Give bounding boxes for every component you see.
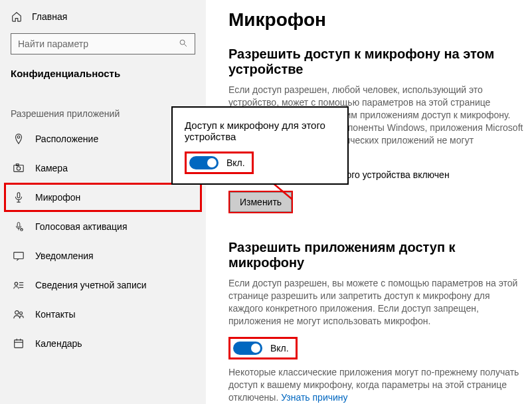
- svg-rect-3: [14, 165, 23, 172]
- notifications-icon: [13, 250, 25, 262]
- search-icon: [179, 39, 188, 50]
- app-access-toggle-highlight: Вкл.: [228, 337, 298, 359]
- sidebar-item-label: Расположение: [35, 134, 98, 144]
- sidebar-item-voice-activation[interactable]: Голосовая активация: [0, 212, 206, 241]
- sidebar-item-label: Микрофон: [35, 192, 80, 203]
- section-heading-device-access: Разрешить доступ к микрофону на этом уст…: [228, 47, 525, 77]
- svg-point-0: [180, 40, 185, 45]
- camera-icon: [13, 162, 25, 174]
- svg-rect-19: [15, 340, 23, 348]
- sidebar-item-label: Контакты: [35, 309, 75, 320]
- app-access-toggle[interactable]: [233, 342, 262, 355]
- sidebar-item-microphone[interactable]: Микрофон: [4, 183, 202, 212]
- contacts-icon: [13, 308, 25, 320]
- sidebar-item-contacts[interactable]: Контакты: [0, 300, 206, 329]
- change-button[interactable]: Изменить: [230, 192, 292, 212]
- main-pane: Микрофон Разрешить доступ к микрофону на…: [206, 0, 532, 404]
- svg-point-4: [17, 167, 20, 170]
- change-button-highlight: Изменить: [228, 191, 293, 213]
- sidebar-group-title: Конфиденциальность: [0, 64, 206, 88]
- sidebar-item-label: Камера: [35, 163, 68, 173]
- svg-rect-6: [17, 193, 20, 198]
- home-icon: [11, 11, 23, 23]
- device-access-toggle[interactable]: [189, 156, 219, 169]
- svg-point-13: [15, 282, 18, 286]
- svg-point-17: [15, 311, 19, 314]
- calendar-icon: [13, 338, 25, 350]
- location-icon: [13, 133, 25, 145]
- app-access-toggle-label: Вкл.: [270, 343, 289, 354]
- svg-line-1: [184, 44, 187, 47]
- popup-title: Доступ к микрофону для этого устройства: [185, 120, 335, 142]
- app-access-note-text: Некоторые классические приложения могут …: [228, 367, 519, 403]
- app-access-note: Некоторые классические приложения могут …: [228, 366, 525, 404]
- voice-activation-icon: [13, 221, 25, 233]
- svg-point-18: [20, 312, 23, 314]
- section-body-app-access: Если доступ разрешен, вы можете с помощь…: [228, 277, 525, 328]
- svg-rect-12: [14, 252, 23, 259]
- page-title: Микрофон: [228, 9, 525, 31]
- sidebar-item-label: Календарь: [35, 338, 82, 349]
- sidebar-home-label: Главная: [32, 11, 67, 22]
- sidebar: Главная Конфиденциальность Разрешения пр…: [0, 0, 206, 404]
- device-access-toggle-label: Вкл.: [226, 157, 245, 168]
- sidebar-item-notifications[interactable]: Уведомления: [0, 241, 206, 270]
- device-access-popup: Доступ к микрофону для этого устройства …: [171, 106, 349, 185]
- svg-point-2: [17, 136, 20, 139]
- section-heading-app-access: Разрешить приложениям доступ к микрофону: [228, 240, 525, 270]
- microphone-icon: [13, 191, 25, 203]
- svg-rect-9: [17, 223, 20, 227]
- account-info-icon: [13, 279, 25, 291]
- popup-toggle-highlight: Вкл.: [185, 152, 254, 174]
- sidebar-item-calendar[interactable]: Календарь: [0, 329, 206, 358]
- sidebar-home[interactable]: Главная: [0, 11, 206, 33]
- sidebar-item-label: Сведения учетной записи: [35, 280, 147, 290]
- search-input-container[interactable]: [11, 33, 195, 54]
- sidebar-item-label: Уведомления: [35, 251, 94, 261]
- sidebar-item-label: Голосовая активация: [35, 221, 128, 232]
- search-input[interactable]: [18, 39, 179, 49]
- sidebar-item-account-info[interactable]: Сведения учетной записи: [0, 270, 206, 300]
- learn-why-link[interactable]: Узнать причину: [281, 392, 347, 403]
